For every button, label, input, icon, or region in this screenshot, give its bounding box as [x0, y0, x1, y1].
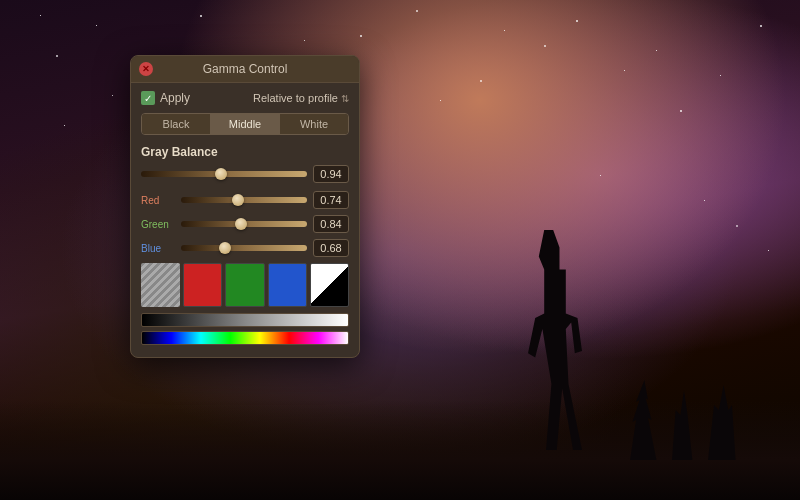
blue-slider[interactable]	[181, 245, 307, 251]
apply-checkbox[interactable]: ✓	[141, 91, 155, 105]
tone-tabs: Black Middle White	[141, 113, 349, 135]
gray-balance-row	[141, 165, 349, 183]
gray-balance-label: Gray Balance	[141, 145, 349, 159]
red-channel-row: Red	[141, 191, 349, 209]
apply-row: ✓ Apply Relative to profile ⇅	[141, 91, 349, 105]
close-icon: ✕	[142, 64, 150, 74]
relative-to-profile-dropdown[interactable]: Relative to profile ⇅	[253, 92, 349, 104]
gray-balance-input[interactable]	[313, 165, 349, 183]
dropdown-arrows-icon: ⇅	[341, 93, 349, 104]
apply-checkbox-label[interactable]: ✓ Apply	[141, 91, 190, 105]
blue-swatch[interactable]	[268, 263, 307, 307]
bw-swatch[interactable]	[310, 263, 349, 307]
blue-input[interactable]	[313, 239, 349, 257]
red-slider[interactable]	[181, 197, 307, 203]
tab-black[interactable]: Black	[142, 114, 211, 134]
dialog-titlebar: ✕ Gamma Control	[131, 56, 359, 83]
gray-balance-slider[interactable]	[141, 171, 307, 177]
green-label: Green	[141, 219, 175, 230]
apply-label: Apply	[160, 91, 190, 105]
relative-text: Relative to profile	[253, 92, 338, 104]
tab-middle[interactable]: Middle	[211, 114, 280, 134]
dialog-title: Gamma Control	[203, 62, 288, 76]
green-channel-row: Green	[141, 215, 349, 233]
gray-gradient-bar	[141, 313, 349, 327]
red-thumb[interactable]	[232, 194, 244, 206]
red-input[interactable]	[313, 191, 349, 209]
green-slider[interactable]	[181, 221, 307, 227]
gray-balance-thumb[interactable]	[215, 168, 227, 180]
gray-swatch[interactable]	[141, 263, 180, 307]
dialog-body: ✓ Apply Relative to profile ⇅ Black Midd…	[131, 83, 359, 357]
green-input[interactable]	[313, 215, 349, 233]
red-label: Red	[141, 195, 175, 206]
color-swatches	[141, 263, 349, 307]
rainbow-gradient-bar	[141, 331, 349, 345]
blue-channel-row: Blue	[141, 239, 349, 257]
green-thumb[interactable]	[235, 218, 247, 230]
close-button[interactable]: ✕	[139, 62, 153, 76]
red-swatch[interactable]	[183, 263, 222, 307]
gamma-control-dialog: ✕ Gamma Control ✓ Apply Relative to prof…	[130, 55, 360, 358]
blue-label: Blue	[141, 243, 175, 254]
green-swatch[interactable]	[225, 263, 264, 307]
blue-thumb[interactable]	[219, 242, 231, 254]
tab-white[interactable]: White	[280, 114, 348, 134]
